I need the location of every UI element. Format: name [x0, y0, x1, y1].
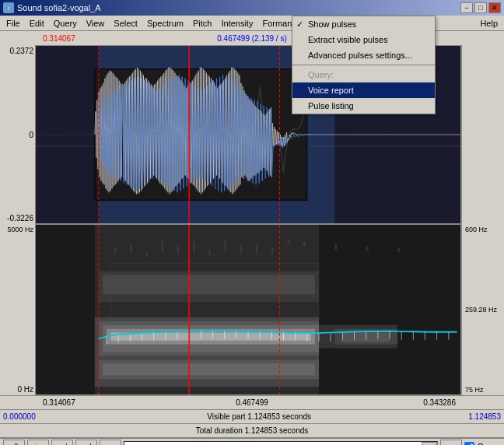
menu-view[interactable]: View	[82, 16, 110, 30]
bottom-time-center: 0.467499	[236, 398, 268, 407]
svg-rect-50	[397, 248, 400, 252]
svg-rect-43	[240, 245, 242, 254]
show-pulses-item[interactable]: ✓ Show pulses	[292, 16, 435, 32]
status-bar-2: Total duration 1.124853 seconds	[0, 423, 504, 437]
total-duration-text: Total duration 1.124853 seconds	[196, 426, 309, 435]
time-marker-center: 0.467499 (2.139 / s)	[217, 34, 287, 43]
title-bar: ♪ Sound sofia2-vogal_A − □ ✕	[0, 0, 504, 16]
waveform-y-axis: 0.2372 0 -0.3226	[0, 45, 35, 224]
menu-help[interactable]: Help	[475, 16, 502, 30]
svg-rect-44	[256, 244, 257, 254]
status-bar-1: 0.000000 Visible part 1.124853 seconds 1…	[0, 409, 504, 423]
voice-report-item[interactable]: Voice report	[292, 82, 435, 98]
menu-pitch[interactable]: Pitch	[188, 16, 216, 30]
menu-intensity[interactable]: Intensity	[216, 16, 257, 30]
show-pulses-check: ✓	[296, 19, 303, 30]
svg-rect-36	[130, 244, 131, 254]
extract-pulses-item[interactable]: Extract visible pulses	[292, 32, 435, 47]
scroll-right-button[interactable]: ►	[440, 440, 462, 445]
visible-end: 1.124853	[468, 412, 501, 421]
spectrogram-row: 5000 Hz 0 Hz	[0, 224, 504, 395]
app-icon: ♪	[3, 2, 14, 13]
group-label: Group	[477, 442, 501, 445]
svg-rect-37	[146, 252, 148, 257]
bottom-bar: all in out sel ◄ ► Group	[0, 437, 504, 445]
svg-rect-48	[334, 244, 337, 251]
menu-query[interactable]: Query	[49, 16, 82, 30]
menu-divider	[292, 65, 435, 65]
title-controls: − □ ✕	[460, 2, 501, 13]
svg-rect-40	[193, 242, 194, 253]
minimize-button[interactable]: −	[460, 2, 473, 13]
spec-right-bot: 75 Hz	[465, 386, 501, 394]
spectrogram-right-axis: 600 Hz 259.28 Hz 75 Hz	[461, 224, 504, 395]
svg-rect-31	[103, 275, 315, 294]
scroll-left-button[interactable]: ◄	[100, 440, 121, 445]
visible-text: Visible part 1.124853 seconds	[50, 412, 468, 421]
svg-rect-46	[288, 240, 290, 244]
pulse-listing-item[interactable]: Pulse listing	[292, 98, 435, 114]
bottom-time-right: 0.343286	[423, 398, 456, 407]
svg-rect-34	[103, 363, 315, 375]
waveform-y-top: 0.2372	[2, 47, 33, 55]
svg-rect-47	[303, 242, 306, 247]
scroll-thumb[interactable]	[422, 442, 437, 445]
waveform-y-mid: 0	[2, 131, 33, 139]
spec-bot-label: 0 Hz	[2, 385, 33, 394]
visible-start: 0.000000	[3, 412, 50, 421]
sel-button[interactable]: sel	[75, 440, 97, 445]
pulses-dropdown-menu: ✓ Show pulses Extract visible pulses Adv…	[292, 16, 436, 114]
svg-rect-45	[271, 248, 273, 254]
svg-rect-49	[366, 247, 369, 251]
advanced-pulses-item[interactable]: Advanced pulses settings...	[292, 47, 435, 63]
menu-edit[interactable]: Edit	[25, 16, 49, 30]
group-checkbox-container[interactable]: Group	[464, 442, 501, 446]
time-marker-left: 0.314067	[43, 34, 75, 43]
menu-file[interactable]: File	[2, 16, 25, 30]
waveform-right-axis	[461, 45, 504, 224]
waveform-y-bot: -0.3226	[2, 214, 33, 223]
bottom-time-left: 0.314067	[43, 398, 75, 407]
time-markers-bottom: 0.314067 0.467499 0.343286	[0, 395, 504, 409]
scroll-track[interactable]	[124, 441, 438, 445]
out-button[interactable]: out	[51, 440, 73, 445]
in-button[interactable]: in	[27, 440, 49, 445]
spectrogram-panel[interactable]	[35, 224, 461, 395]
query-label: Query:	[292, 67, 435, 82]
spec-right-top: 600 Hz	[465, 226, 501, 233]
spectrogram-y-axis: 5000 Hz 0 Hz	[0, 224, 35, 395]
svg-rect-39	[177, 247, 179, 254]
menu-select[interactable]: Select	[109, 16, 142, 30]
spec-right-mid: 259.28 Hz	[465, 306, 501, 314]
svg-rect-38	[162, 240, 163, 252]
maximize-button[interactable]: □	[474, 2, 487, 13]
window-title: Sound sofia2-vogal_A	[17, 3, 101, 12]
svg-rect-42	[225, 239, 226, 253]
all-button[interactable]: all	[3, 440, 25, 445]
svg-rect-35	[114, 248, 116, 254]
menu-spectrum[interactable]: Spectrum	[142, 16, 188, 30]
spec-top-label: 5000 Hz	[2, 226, 33, 233]
title-bar-left: ♪ Sound sofia2-vogal_A	[3, 2, 101, 13]
group-checkbox[interactable]	[464, 442, 474, 446]
svg-rect-29	[110, 333, 311, 341]
close-button[interactable]: ✕	[488, 2, 501, 13]
spectrogram-svg	[36, 225, 460, 394]
svg-rect-41	[208, 250, 210, 256]
